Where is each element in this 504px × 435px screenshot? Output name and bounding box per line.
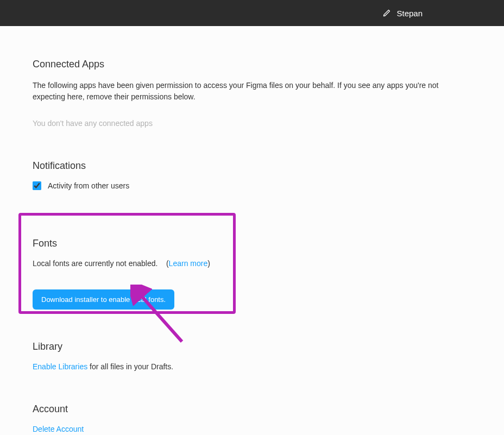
- notifications-section: Notifications Activity from other users: [33, 160, 471, 190]
- activity-checkbox[interactable]: [33, 181, 41, 190]
- library-tail-text: for all files in your Drafts.: [87, 362, 173, 371]
- account-text: Delete Account: [33, 425, 471, 433]
- settings-content: Connected Apps The following apps have b…: [0, 26, 504, 433]
- account-title: Account: [33, 404, 471, 415]
- close-paren: ): [207, 259, 210, 268]
- fonts-status-line: Local fonts are currently not enabled. (…: [33, 259, 471, 268]
- fonts-title: Fonts: [33, 238, 471, 249]
- connected-apps-empty: You don't have any connected apps: [33, 119, 471, 128]
- account-section: Account Delete Account: [33, 404, 471, 433]
- header-user[interactable]: Stepan: [382, 9, 423, 18]
- connected-apps-description: The following apps have been given permi…: [33, 80, 456, 103]
- fonts-learn-more-link[interactable]: Learn more: [169, 259, 208, 268]
- download-installer-button[interactable]: Download installer to enable local fonts…: [33, 289, 174, 310]
- pencil-icon: [382, 9, 391, 17]
- library-section: Library Enable Libraries for all files i…: [33, 341, 471, 371]
- activity-checkbox-row: Activity from other users: [33, 181, 471, 190]
- delete-account-link[interactable]: Delete Account: [33, 425, 84, 433]
- notifications-title: Notifications: [33, 160, 471, 172]
- fonts-section: Fonts Local fonts are currently not enab…: [33, 223, 471, 314]
- activity-checkbox-label: Activity from other users: [48, 181, 129, 190]
- enable-libraries-link[interactable]: Enable Libraries: [33, 362, 87, 371]
- app-header: Stepan: [0, 0, 504, 26]
- header-username: Stepan: [396, 9, 423, 18]
- library-title: Library: [33, 341, 471, 352]
- fonts-status-text: Local fonts are currently not enabled.: [33, 259, 158, 268]
- connected-apps-title: Connected Apps: [33, 59, 471, 70]
- library-text: Enable Libraries for all files in your D…: [33, 362, 471, 371]
- connected-apps-section: Connected Apps The following apps have b…: [33, 59, 471, 128]
